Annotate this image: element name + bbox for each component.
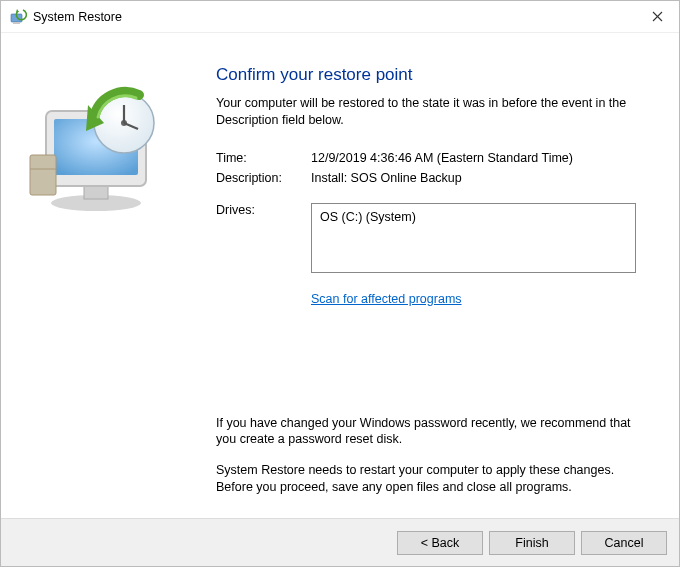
back-button[interactable]: < Back (397, 531, 483, 555)
window-title: System Restore (33, 10, 635, 24)
drives-row: Drives: OS (C:) (System) (216, 203, 651, 273)
main-content: Confirm your restore point Your computer… (196, 33, 679, 518)
titlebar: System Restore (1, 1, 679, 33)
sidebar (1, 33, 196, 518)
drives-listbox[interactable]: OS (C:) (System) (311, 203, 636, 273)
svg-marker-2 (16, 9, 19, 13)
drives-item[interactable]: OS (C:) (System) (320, 210, 627, 224)
description-row: Description: Install: SOS Online Backup (216, 171, 651, 185)
page-subtext: Your computer will be restored to the st… (216, 95, 651, 129)
time-value: 12/9/2019 4:36:46 AM (Eastern Standard T… (311, 151, 651, 165)
restart-note: System Restore needs to restart your com… (216, 462, 651, 496)
system-restore-window: System Restore (0, 0, 680, 567)
dialog-footer: < Back Finish Cancel (1, 518, 679, 566)
drives-label: Drives: (216, 203, 311, 217)
dialog-body: Confirm your restore point Your computer… (1, 33, 679, 518)
svg-rect-9 (30, 155, 56, 195)
description-label: Description: (216, 171, 311, 185)
scan-affected-programs-link[interactable]: Scan for affected programs (311, 292, 462, 306)
cancel-button[interactable]: Cancel (581, 531, 667, 555)
password-note: If you have changed your Windows passwor… (216, 415, 651, 449)
system-restore-icon (9, 8, 27, 26)
svg-rect-1 (13, 22, 20, 24)
scan-link-row: Scan for affected programs (311, 289, 651, 307)
page-heading: Confirm your restore point (216, 65, 651, 85)
finish-button[interactable]: Finish (489, 531, 575, 555)
restore-illustration-icon (24, 73, 174, 218)
description-value: Install: SOS Online Backup (311, 171, 651, 185)
close-button[interactable] (635, 2, 679, 32)
time-label: Time: (216, 151, 311, 165)
time-row: Time: 12/9/2019 4:36:46 AM (Eastern Stan… (216, 151, 651, 165)
close-icon (652, 11, 663, 22)
